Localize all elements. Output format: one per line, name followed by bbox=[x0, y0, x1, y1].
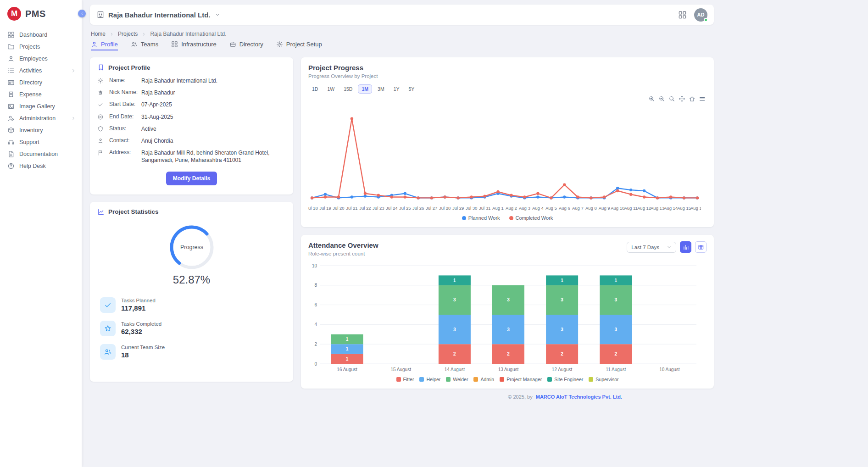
field-label: Status: bbox=[109, 125, 139, 132]
sidebar-collapse-button[interactable] bbox=[78, 10, 86, 17]
sidebar-item-dashboard[interactable]: Dashboard bbox=[0, 29, 82, 41]
stat-value: 18 bbox=[121, 351, 165, 359]
profile-field-start-date: Start Date:07-Apr-2025 bbox=[97, 101, 286, 108]
sidebar-item-employees[interactable]: Employees bbox=[0, 53, 82, 65]
footer-company-link[interactable]: MARCO AIoT Technologies Pvt. Ltd. bbox=[536, 394, 622, 400]
legend-supervisor[interactable]: Supervisor bbox=[589, 377, 618, 382]
home-button[interactable] bbox=[689, 95, 696, 102]
zoom-out-button[interactable] bbox=[658, 95, 665, 102]
range-3m-button[interactable]: 3M bbox=[374, 84, 388, 94]
menu-button[interactable] bbox=[699, 95, 706, 102]
company-name: Raja Bahadur International Ltd. bbox=[108, 11, 211, 19]
range-1m-button[interactable]: 1M bbox=[358, 84, 372, 94]
attendance-range-select[interactable]: Last 7 Days bbox=[627, 242, 676, 253]
tab-infrastructure[interactable]: Infrastructure bbox=[171, 41, 217, 50]
range-1w-button[interactable]: 1W bbox=[323, 84, 338, 94]
footer-text: © 2025, by bbox=[508, 394, 532, 400]
svg-text:Jul 25: Jul 25 bbox=[399, 206, 411, 211]
legend-helper[interactable]: Helper bbox=[419, 377, 440, 382]
chart-view-button[interactable] bbox=[680, 241, 691, 253]
sidebar-item-projects[interactable]: Projects bbox=[0, 41, 82, 53]
sidebar-item-documentation[interactable]: Documentation bbox=[0, 148, 82, 160]
pan-button[interactable] bbox=[679, 95, 685, 102]
progress-gauge: Progress bbox=[167, 222, 217, 272]
logo[interactable]: M PMS bbox=[0, 0, 82, 29]
line-chart-legend: Planned WorkCompleted Work bbox=[308, 215, 707, 221]
breadcrumb-item-home[interactable]: Home bbox=[91, 31, 106, 37]
tab-teams[interactable]: Teams bbox=[131, 41, 158, 50]
grid-icon bbox=[171, 41, 178, 48]
svg-text:Jul 27: Jul 27 bbox=[426, 206, 437, 211]
chart-toolbar bbox=[309, 95, 706, 102]
line-chart-container: Jul 18Jul 19Jul 20Jul 21Jul 22Jul 23Jul … bbox=[308, 106, 707, 212]
svg-text:12 August: 12 August bbox=[552, 367, 573, 372]
legend-site-engineer[interactable]: Site Engineer bbox=[547, 377, 583, 382]
attendance-chart: 024681011116 August15 August233114 Augus… bbox=[308, 260, 701, 374]
tab-project-setup[interactable]: Project Setup bbox=[276, 41, 322, 50]
avatar[interactable]: AD bbox=[694, 8, 707, 22]
sidebar-item-activities[interactable]: Activities bbox=[0, 65, 82, 77]
sidebar-item-label: Documentation bbox=[19, 151, 58, 157]
apps-grid-button[interactable] bbox=[678, 11, 687, 19]
tab-directory[interactable]: Directory bbox=[229, 41, 263, 50]
svg-text:15 August: 15 August bbox=[390, 367, 411, 372]
svg-text:3: 3 bbox=[507, 327, 510, 332]
company-selector[interactable]: Raja Bahadur International Ltd. bbox=[96, 11, 221, 19]
legend-completed-work[interactable]: Completed Work bbox=[509, 215, 553, 221]
svg-text:Jul 18: Jul 18 bbox=[308, 206, 318, 211]
sidebar-item-label: Employees bbox=[19, 56, 48, 62]
modify-details-button[interactable]: Modify Details bbox=[166, 172, 217, 185]
project-statistics-card: Project Statistics Progress 52.87% Tasks… bbox=[90, 202, 293, 382]
svg-text:3: 3 bbox=[453, 297, 456, 302]
field-label: Contact: bbox=[109, 137, 139, 144]
range-15d-button[interactable]: 15D bbox=[340, 84, 356, 94]
svg-text:3: 3 bbox=[507, 297, 510, 302]
field-label: Nick Name: bbox=[109, 89, 139, 95]
magnifier-button[interactable] bbox=[668, 95, 675, 102]
progress-gauge-svg: Progress bbox=[167, 222, 217, 272]
attendance-overview-card: Attendance Overview Role-wise present co… bbox=[301, 235, 714, 389]
footer: © 2025, by MARCO AIoT Technologies Pvt. … bbox=[90, 394, 714, 400]
range-5y-button[interactable]: 5Y bbox=[405, 84, 418, 94]
range-1d-button[interactable]: 1D bbox=[308, 84, 322, 94]
svg-text:Aug 1: Aug 1 bbox=[492, 206, 504, 211]
legend-welder[interactable]: Welder bbox=[446, 377, 468, 382]
legend-planned-work[interactable]: Planned Work bbox=[462, 215, 500, 221]
table-view-button[interactable] bbox=[695, 241, 707, 253]
fingerprint-icon bbox=[97, 89, 104, 96]
help-desk-icon bbox=[7, 162, 15, 170]
logo-text: PMS bbox=[25, 9, 46, 19]
sidebar-item-label: Administration bbox=[19, 115, 56, 122]
sidebar-item-help-desk[interactable]: Help Desk bbox=[0, 160, 82, 172]
sidebar-item-image-gallery[interactable]: Image Gallery bbox=[0, 100, 82, 112]
check-icon bbox=[97, 101, 104, 108]
sidebar-item-expense[interactable]: Expense bbox=[0, 89, 82, 100]
breadcrumb-item-projects[interactable]: Projects bbox=[118, 31, 138, 37]
svg-text:10: 10 bbox=[312, 263, 317, 268]
field-value: 31-Aug-2025 bbox=[141, 113, 286, 121]
sidebar-item-support[interactable]: Support bbox=[0, 136, 82, 148]
zoom-in-button[interactable] bbox=[648, 95, 655, 102]
profile-fields: Name:Raja Bahadur International Ltd.Nick… bbox=[97, 77, 286, 164]
sidebar-item-label: Activities bbox=[19, 67, 42, 74]
flag-icon bbox=[97, 150, 104, 156]
profile-field-name: Name:Raja Bahadur International Ltd. bbox=[97, 77, 286, 84]
legend-fitter[interactable]: Fitter bbox=[396, 377, 414, 382]
stat-label: Current Team Size bbox=[121, 345, 165, 350]
statistics-list: Tasks Planned117,891Tasks Completed62,33… bbox=[97, 297, 286, 360]
sidebar-item-administration[interactable]: Administration bbox=[0, 112, 82, 124]
svg-text:4: 4 bbox=[314, 322, 317, 327]
app-root: M PMS DashboardProjectsEmployeesActiviti… bbox=[0, 0, 868, 467]
sidebar-nav: DashboardProjectsEmployeesActivitiesDire… bbox=[0, 29, 82, 172]
table-icon bbox=[698, 244, 704, 250]
range-1y-button[interactable]: 1Y bbox=[390, 84, 403, 94]
svg-text:Aug 4: Aug 4 bbox=[532, 206, 544, 211]
profile-field-nick-name: Nick Name:Raja Bahadur bbox=[97, 89, 286, 96]
logo-mark-icon: M bbox=[7, 7, 21, 21]
tab-profile[interactable]: Profile bbox=[91, 41, 118, 50]
legend-project-manager[interactable]: Project Manager bbox=[500, 377, 542, 382]
legend-admin[interactable]: Admin bbox=[473, 377, 494, 382]
sidebar-item-inventory[interactable]: Inventory bbox=[0, 124, 82, 136]
administration-icon bbox=[7, 115, 15, 122]
sidebar-item-directory[interactable]: Directory bbox=[0, 77, 82, 89]
